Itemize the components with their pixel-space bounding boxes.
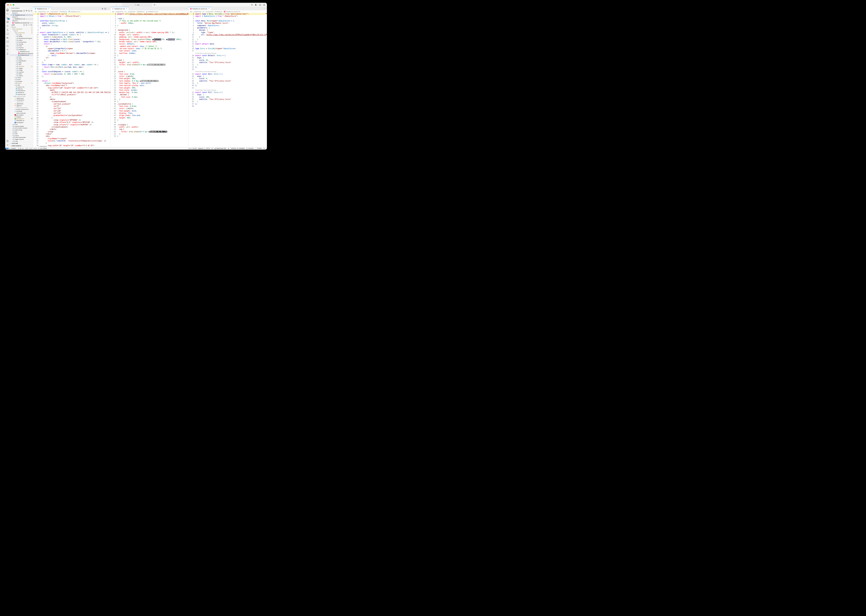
status-sync[interactable]: 11↓ 0↑: [17, 148, 25, 149]
remote-indicator[interactable]: ><: [5, 148, 8, 149]
open-editors-header[interactable]: ▾ OPEN EDITORS: [10, 10, 33, 12]
breadcrumb-segment[interactable]: RadialScore.css: [148, 11, 158, 13]
breadcrumb-segment[interactable]: components: [206, 11, 213, 13]
chevron-right-icon[interactable]: ▸: [16, 69, 17, 71]
forward-icon[interactable]: →: [119, 4, 121, 6]
tree-file-custom-d-ts[interactable]: TScustom.d.ts: [10, 86, 33, 88]
breadcrumb[interactable]: libs›components›src›components›RadialSco…: [189, 10, 267, 13]
chevron-right-icon[interactable]: ▸: [12, 124, 13, 125]
refresh-explorer-icon[interactable]: [28, 24, 30, 26]
tree-file-setuptests-ts[interactable]: TSsetupTests.ts: [10, 90, 33, 92]
tree-folder-theme[interactable]: ▸theme: [10, 82, 33, 84]
new-file-icon[interactable]: [23, 24, 25, 26]
close-tab-icon[interactable]: ✕: [208, 8, 209, 9]
status-ln-1-col-28[interactable]: Ln 1, Col 28: [188, 148, 197, 149]
tree-file-testutils-tsx[interactable]: testUtils.tsx: [10, 91, 33, 93]
breadcrumb-segment[interactable]: src: [203, 11, 205, 13]
status-branch[interactable]: master*: [8, 148, 17, 149]
tree-file-package-json[interactable]: JSpackage.jsonM: [10, 118, 33, 120]
breadcrumb-segment[interactable]: ...: [241, 11, 242, 13]
chevron-right-icon[interactable]: ▸: [16, 45, 17, 47]
new-untitled-file-icon[interactable]: [23, 10, 25, 12]
tree-folder-logger-express[interactable]: ▸logger-express: [10, 138, 33, 140]
breadcrumb-segment[interactable]: libs: [190, 11, 192, 13]
status-error[interactable]: 0: [25, 148, 29, 149]
tree-folder-value[interactable]: ▸Value: [10, 73, 33, 75]
tree-folder-numberfield[interactable]: ▸NumberField: [10, 41, 33, 43]
breadcrumb-segment[interactable]: src: [47, 11, 49, 13]
breadcrumb-segment[interactable]: RadialScore: [137, 11, 145, 13]
chevron-down-icon[interactable]: ▾: [16, 49, 17, 50]
breadcrumb-segment[interactable]: RadialScore.tsx: [71, 11, 80, 13]
command-center-search[interactable]: app: [122, 3, 152, 6]
chevron-right-icon[interactable]: ▸: [16, 57, 17, 58]
breadcrumb-segment[interactable]: ...: [159, 11, 161, 13]
open-editor-item[interactable]: SRadialScore.stories.tsx libs/comp...: [10, 22, 33, 24]
toggle-panel-icon[interactable]: [259, 4, 261, 6]
status-broadcast[interactable]: 0: [33, 148, 37, 149]
tree-folder-slider[interactable]: ▸Slider: [10, 58, 33, 60]
breadcrumb-segment[interactable]: components: [50, 11, 58, 13]
status-braces[interactable]: {}TypeScript JSX: [214, 148, 227, 149]
tree-file-makefile[interactable]: ✻Makefile: [10, 116, 33, 118]
pull-request-icon[interactable]: [6, 44, 10, 48]
breadcrumb-segment[interactable]: components: [194, 11, 201, 13]
codelens[interactable]: Preview Story | Open Story in Browser: [189, 71, 267, 73]
chevron-right-icon[interactable]: ▸: [14, 85, 16, 86]
horizontal-scrollbar[interactable]: [39, 146, 47, 147]
chevron-right-icon[interactable]: ▸: [16, 34, 17, 35]
tree-folder-geo[interactable]: ▸geo: [10, 131, 33, 133]
live-share-icon[interactable]: [6, 48, 10, 52]
breadcrumb-segment[interactable]: src: [124, 11, 126, 13]
chevron-right-icon[interactable]: ▸: [14, 81, 16, 82]
tree-file-radialscore-stories-tsx[interactable]: SRadialScore.stories.tsx: [10, 52, 33, 54]
more-actions-icon[interactable]: ···: [264, 8, 266, 9]
tree-folder-textfield[interactable]: ▸TextField: [10, 66, 33, 68]
back-icon[interactable]: ←: [116, 4, 118, 6]
tree-folder-icons[interactable]: ▸icons: [10, 79, 33, 80]
tree-folder-row[interactable]: ▸Row: [10, 56, 33, 58]
testing-icon[interactable]: [6, 28, 10, 32]
tree-folder-styledbutton[interactable]: ▸StyledButton: [10, 60, 33, 62]
tree-folder-hooks[interactable]: ▸hooks: [10, 77, 33, 79]
tree-folder-eslint-config[interactable]: ▸eslint-config: [10, 129, 33, 131]
tree-file-build-storybook-log[interactable]: ≡build-storybook.log: [10, 107, 33, 108]
codelens[interactable]: Preview Story | Open Story in Browser: [189, 89, 267, 91]
tree-file--eslintcache[interactable]: ◦.eslintcache: [10, 101, 33, 103]
status-warning[interactable]: 0: [29, 148, 33, 149]
breadcrumb-segment[interactable]: components: [128, 11, 135, 13]
chevron-down-icon[interactable]: ▾: [13, 30, 14, 31]
code-area[interactable]: 1import "./RadialScore.css";2import { ZS…: [33, 13, 110, 147]
remote-icon[interactable]: [6, 32, 10, 36]
chevron-right-icon[interactable]: ▸: [12, 131, 13, 133]
chevron-right-icon[interactable]: ▸: [16, 41, 17, 43]
editor-tab[interactable]: SRadialScore.stories.tsx✕: [189, 7, 211, 10]
status-lf[interactable]: LF: [211, 148, 214, 149]
zoom-window-button[interactable]: [13, 4, 14, 6]
tree-file--gitignore[interactable]: ◆.gitignore: [10, 105, 33, 107]
tree-file-eslint-config-mjs[interactable]: ◦eslint.config.mjs: [10, 112, 33, 114]
status-copilot[interactable]: [227, 148, 230, 149]
breadcrumb-segment[interactable]: RadialScore.stories.tsx: [226, 11, 240, 13]
close-window-button[interactable]: [7, 4, 9, 6]
chevron-down-icon[interactable]: ▾: [14, 32, 16, 33]
copilot-menu[interactable]: [153, 4, 157, 6]
tree-folder-tooltip[interactable]: ▸Tooltip: [10, 69, 33, 71]
open-editor-item[interactable]: ✕RadialScore.tsx libs/components/...: [10, 14, 33, 16]
tree-folder-libs[interactable]: ▾libs: [10, 26, 33, 28]
collapse-folders-icon[interactable]: [30, 24, 32, 26]
tree-folder-panel[interactable]: ▸Panel: [10, 45, 33, 47]
tree-file-dockerfile[interactable]: ◫Dockerfile: [10, 110, 33, 112]
chevron-right-icon[interactable]: ▸: [12, 127, 13, 129]
chevron-right-icon[interactable]: ▸: [16, 60, 17, 61]
chevron-right-icon[interactable]: ▸: [16, 68, 17, 69]
tree-file-readme-md[interactable]: MREADME.md: [10, 119, 33, 121]
tree-folder-utils[interactable]: ▸utils: [10, 84, 33, 86]
breadcrumb-segment[interactable]: components: [115, 11, 123, 13]
close-tab-icon[interactable]: ✕: [126, 8, 127, 9]
open-editor-item[interactable]: {}RadialScore.css libs/components/...: [10, 18, 33, 20]
breadcrumb[interactable]: libs›components›src›components›RadialSco…: [33, 10, 110, 13]
customize-layout-icon[interactable]: [251, 4, 253, 6]
chevron-right-icon[interactable]: ▸: [14, 83, 16, 84]
tree-file--babelrc-json[interactable]: B.babelrc.json: [10, 97, 33, 99]
